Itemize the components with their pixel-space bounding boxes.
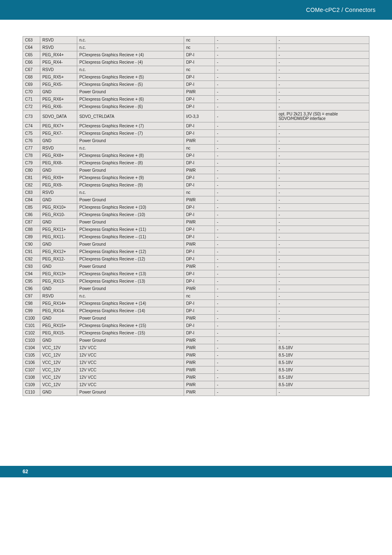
table-cell: -: [215, 344, 277, 352]
table-cell: C80: [23, 167, 40, 174]
table-cell: PWR: [184, 263, 215, 270]
table-cell: -: [277, 270, 369, 278]
table-cell: -: [277, 88, 369, 96]
table-cell: -: [277, 204, 369, 211]
table-cell: -: [215, 374, 277, 381]
table-row: C100GNDPower GroundPWR--: [23, 315, 369, 322]
table-cell: PCIexpress Graphics Recieve + (7): [77, 122, 184, 130]
table-cell: PWR: [184, 352, 215, 359]
table-cell: -: [277, 81, 369, 88]
table-cell: RSVD: [40, 189, 77, 196]
table-cell: PEG_RX6+: [40, 96, 77, 103]
table-row: C85PEG_RX10+PCIexpress Graphics Recieve …: [23, 204, 369, 211]
table-row: C79PEG_RX8-PCIexpress Graphics Recieve -…: [23, 159, 369, 167]
table-cell: nc: [184, 292, 215, 300]
table-cell: DP-I: [184, 226, 215, 233]
table-cell: -: [215, 248, 277, 256]
table-cell: 12V VCC: [77, 352, 184, 359]
table-cell: GND: [40, 219, 77, 226]
table-cell: PCIexpress Graphics Recieve + (6): [77, 96, 184, 103]
table-cell: DP-I: [184, 74, 215, 81]
table-cell: RSVD: [40, 44, 77, 51]
table-cell: RSVD: [40, 66, 77, 74]
table-cell: nc: [184, 37, 215, 44]
table-cell: 8.5-18V: [277, 359, 369, 366]
table-row: C87GNDPower GroundPWR--: [23, 219, 369, 226]
table-cell: C110: [23, 389, 40, 396]
table-cell: PWR: [184, 137, 215, 145]
table-cell: nc: [184, 44, 215, 51]
table-cell: C102: [23, 329, 40, 337]
table-cell: -: [277, 285, 369, 292]
table-cell: PWR: [184, 88, 215, 96]
table-row: C83RSVDn.c.nc--: [23, 189, 369, 196]
table-cell: C86: [23, 211, 40, 219]
table-row: C95PEG_RX13-PCIexpress Graphics Recieve …: [23, 278, 369, 285]
table-cell: C89: [23, 233, 40, 241]
table-cell: 8.5-18V: [277, 344, 369, 352]
table-cell: PEG_RX9-: [40, 182, 77, 189]
table-cell: C96: [23, 285, 40, 292]
table-cell: PEG_RX14-: [40, 307, 77, 315]
table-cell: GND: [40, 196, 77, 204]
table-cell: -: [277, 278, 369, 285]
table-cell: -: [277, 248, 369, 256]
table-cell: DP-I: [184, 322, 215, 329]
table-row: C104VCC_12V12V VCCPWR-8.5-18V: [23, 344, 369, 352]
table-cell: -: [215, 381, 277, 389]
table-cell: DP-I: [184, 300, 215, 307]
table-cell: RSVD: [40, 37, 77, 44]
table-cell: C98: [23, 300, 40, 307]
table-row: C64RSVDn.c.nc--: [23, 44, 369, 51]
table-cell: Power Ground: [77, 219, 184, 226]
table-row: C108VCC_12V12V VCCPWR-8.5-18V: [23, 374, 369, 381]
table-cell: VCC_12V: [40, 381, 77, 389]
table-cell: PWR: [184, 285, 215, 292]
table-cell: 8.5-18V: [277, 374, 369, 381]
table-row: C96GNDPower GroundPWR--: [23, 285, 369, 292]
table-cell: PCIexpress Graphics Recieve - (15): [77, 329, 184, 337]
table-cell: DP-I: [184, 270, 215, 278]
table-cell: -: [215, 256, 277, 263]
table-row: C84GNDPower GroundPWR--: [23, 196, 369, 204]
table-cell: PCIexpress Graphics Recieve + (4): [77, 51, 184, 59]
table-cell: -: [215, 111, 277, 122]
table-cell: PEG_RX6-: [40, 103, 77, 111]
table-cell: DP-I: [184, 211, 215, 219]
table-cell: DP-I: [184, 307, 215, 315]
table-cell: -: [215, 329, 277, 337]
table-cell: -: [215, 51, 277, 59]
table-cell: -: [277, 137, 369, 145]
table-cell: -: [277, 233, 369, 241]
table-cell: PEG_RX11-: [40, 233, 77, 241]
table-cell: PCIexpress Graphics Recieve + (5): [77, 74, 184, 81]
table-cell: GND: [40, 337, 77, 344]
table-cell: -: [215, 337, 277, 344]
table-cell: PEG_RX14+: [40, 300, 77, 307]
table-cell: -: [277, 66, 369, 74]
table-cell: 8.5-18V: [277, 381, 369, 389]
table-row: C106VCC_12V12V VCCPWR-8.5-18V: [23, 359, 369, 366]
table-cell: C79: [23, 159, 40, 167]
table-cell: PEG_RX5-: [40, 81, 77, 88]
table-cell: C100: [23, 315, 40, 322]
table-cell: -: [277, 74, 369, 81]
table-row: C98PEG_RX14+PCIexpress Graphics Recieve …: [23, 300, 369, 307]
table-cell: GND: [40, 263, 77, 270]
table-cell: PWR: [184, 374, 215, 381]
table-cell: PEG_RX12+: [40, 248, 77, 256]
table-cell: C81: [23, 174, 40, 182]
table-row: C94PEG_RX13+PCIexpress Graphics Recieve …: [23, 270, 369, 278]
table-cell: Power Ground: [77, 285, 184, 292]
table-cell: DP-I: [184, 233, 215, 241]
table-cell: -: [215, 359, 277, 366]
table-cell: PCIexpress Graphics Recieve - (5): [77, 81, 184, 88]
table-cell: GND: [40, 137, 77, 145]
table-cell: -: [215, 270, 277, 278]
table-cell: -: [215, 81, 277, 88]
table-cell: -: [277, 196, 369, 204]
table-cell: -: [215, 103, 277, 111]
table-cell: -: [215, 196, 277, 204]
table-cell: DP-I: [184, 130, 215, 137]
table-cell: PWR: [184, 167, 215, 174]
